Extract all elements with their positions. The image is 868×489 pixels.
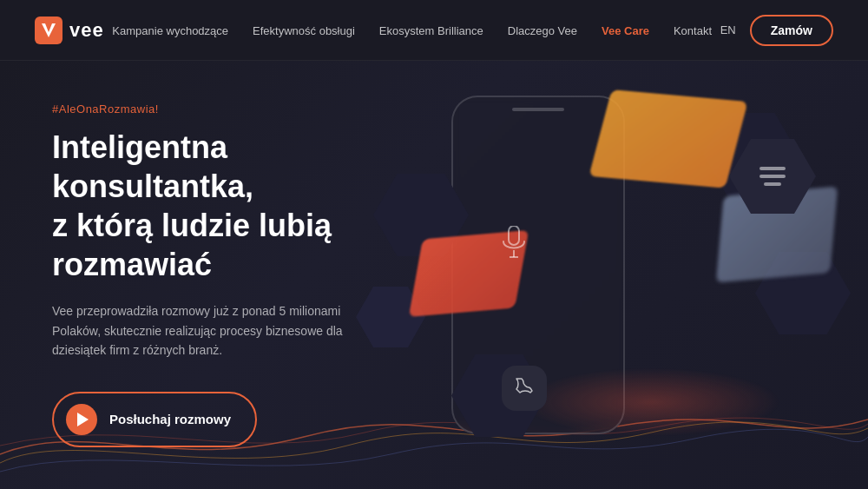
hero-description: Vee przeprowadziła rozmowy już z ponad 5… (52, 301, 373, 360)
nav-right: EN Zamów (720, 15, 833, 46)
language-selector[interactable]: EN (720, 23, 736, 36)
hero-content: #AleOnaRozmawia! Inteligentna konsultant… (0, 102, 417, 446)
logo-icon (35, 17, 62, 44)
line-bar-2 (760, 175, 786, 178)
line-bar-3 (764, 182, 781, 186)
logo[interactable]: vee (35, 17, 104, 44)
mic-icon (502, 226, 526, 265)
glow-decoration (521, 367, 781, 437)
svg-rect-0 (35, 17, 62, 44)
play-triangle (77, 413, 89, 426)
hero-section: #AleOnaRozmawia! Inteligentna konsultant… (0, 61, 868, 489)
line-bar-1 (760, 167, 786, 170)
svg-rect-2 (509, 226, 519, 245)
nav-item-ekosystem[interactable]: Ekosystem Brilliance (379, 23, 483, 38)
nav-item-efektywnosc[interactable]: Efektywność obsługi (253, 23, 355, 38)
nav-item-kontakt[interactable]: Kontakt (674, 23, 712, 38)
lines-icon-inner (760, 167, 786, 186)
navbar: vee Kampanie wychodzące Efektywność obsł… (0, 0, 868, 61)
logo-text: vee (69, 19, 104, 42)
order-button[interactable]: Zamów (750, 15, 833, 46)
phone-call-icon (502, 366, 547, 411)
hero-visual (347, 61, 868, 489)
nav-item-kampanie[interactable]: Kampanie wychodzące (112, 23, 228, 38)
hero-title: Inteligentna konsultantka, z którą ludzi… (52, 128, 417, 284)
hero-hashtag: #AleOnaRozmawia! (52, 102, 417, 116)
shape-yellow (589, 89, 747, 188)
nav-item-veecare[interactable]: Vee Care (602, 23, 649, 38)
play-icon (66, 404, 97, 435)
nav-item-dlaczego[interactable]: Dlaczego Vee (508, 23, 577, 38)
nav-links: Kampanie wychodzące Efektywność obsługi … (112, 23, 712, 38)
listen-button[interactable]: Posłuchaj rozmowy (52, 392, 257, 447)
